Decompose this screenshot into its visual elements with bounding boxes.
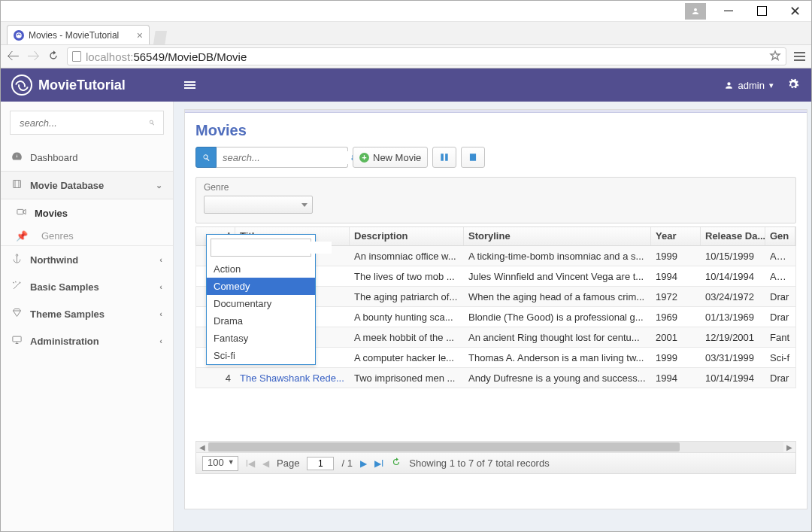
sidebar-item-northwind[interactable]: Northwind ‹	[1, 245, 173, 273]
chevron-left-icon: ‹	[159, 282, 162, 291]
scroll-thumb[interactable]	[208, 442, 680, 451]
cell-description: The aging patriarch of...	[350, 291, 464, 302]
sidebar-item-movies[interactable]: Movies	[1, 199, 173, 226]
wand-icon	[11, 280, 23, 293]
cell-year: 1969	[651, 312, 701, 323]
video-icon	[16, 206, 27, 220]
pager-next-icon[interactable]: ▶	[360, 458, 367, 469]
sidebar-item-samples[interactable]: Basic Samples ‹	[1, 273, 173, 300]
horizontal-scrollbar[interactable]: ◀ ▶	[195, 441, 796, 453]
dropdown-option[interactable]: Drama	[207, 312, 315, 330]
dropdown-option[interactable]: Fantasy	[207, 330, 315, 347]
quick-search-button[interactable]	[195, 147, 217, 168]
cell-year: 1994	[651, 372, 701, 384]
dropdown-search[interactable]	[211, 239, 311, 257]
bookmark-icon[interactable]	[769, 50, 781, 64]
dropdown-option[interactable]: Sci-fi	[207, 347, 315, 364]
table-row[interactable]: 4The Shawshank Rede...Two imprisoned men…	[195, 368, 796, 388]
sidebar-item-theme[interactable]: Theme Samples ‹	[1, 300, 173, 327]
forward-icon: 🡢	[27, 49, 40, 64]
cell-genre: Drar	[765, 372, 795, 384]
quick-search-input-wrap: all ▾	[217, 147, 348, 168]
window-maximize[interactable]	[745, 1, 778, 22]
col-description[interactable]: Description	[350, 227, 464, 245]
dropdown-option[interactable]: Comedy	[207, 278, 315, 295]
cell-year: 1999	[651, 251, 701, 262]
gauge-icon	[11, 150, 23, 164]
window-close[interactable]: ✕	[778, 1, 811, 22]
brand-logo-icon	[11, 74, 32, 96]
settings-icon[interactable]	[787, 78, 799, 93]
address-bar[interactable]: localhost:56549/MovieDB/Movie	[67, 47, 786, 65]
chevron-left-icon: ‹	[159, 255, 162, 264]
user-icon	[724, 81, 734, 90]
sidebar-item-dashboard[interactable]: Dashboard	[1, 144, 173, 171]
new-tab-button[interactable]	[153, 31, 167, 44]
cell-genre: Actio	[765, 251, 795, 262]
page-title: Movies	[195, 122, 796, 139]
user-menu[interactable]: admin ▾	[724, 80, 774, 91]
brand[interactable]: MovieTutorial	[1, 74, 174, 96]
plus-icon: +	[359, 153, 369, 163]
window-minimize[interactable]	[712, 1, 745, 22]
cell-year: 1972	[651, 291, 701, 302]
dropdown-option[interactable]: Action	[207, 260, 315, 278]
pager-first-icon[interactable]: I◀	[246, 458, 255, 469]
sidebar-item-admin[interactable]: Administration ‹	[1, 327, 173, 354]
scroll-track[interactable]	[208, 442, 783, 452]
sidebar-item-genres[interactable]: 📌 Genres	[1, 226, 173, 245]
chevron-down-icon: ⌄	[156, 181, 162, 190]
panel: Movies all ▾ + New Movie G	[184, 109, 807, 509]
sidebar: Dashboard Movie Database ⌄ Movies 📌 Genr…	[1, 102, 174, 532]
film-icon	[11, 178, 23, 192]
cell-storyline: Andy Dufresne is a young and success...	[464, 372, 651, 384]
cell-description: Two imprisoned men ...	[350, 372, 464, 384]
page-size-select[interactable]: 100	[202, 456, 238, 471]
svg-point-4	[16, 254, 18, 257]
content-area: Movies all ▾ + New Movie G	[174, 102, 812, 532]
browser-tabstrip: Movies - MovieTutorial ×	[1, 22, 811, 44]
col-year[interactable]: Year	[651, 227, 701, 245]
new-movie-button[interactable]: + New Movie	[353, 147, 428, 168]
sidebar-search[interactable]	[10, 111, 164, 135]
favicon-icon	[14, 30, 24, 41]
scroll-left-icon[interactable]: ◀	[196, 442, 208, 452]
sidebar-search-input[interactable]	[18, 117, 148, 129]
cell-release: 03/31/1999	[701, 352, 765, 363]
back-icon[interactable]: 🡠	[7, 49, 20, 64]
cell-storyline: Thomas A. Anderson is a man living tw...	[464, 352, 651, 363]
col-storyline[interactable]: Storyline	[464, 227, 651, 245]
genre-select[interactable]	[204, 196, 313, 214]
svg-rect-3	[17, 209, 23, 214]
pager-last-icon[interactable]: ▶I	[374, 458, 383, 469]
diamond-icon	[11, 307, 23, 321]
svg-rect-0	[14, 181, 21, 188]
sidebar-toggle-icon[interactable]	[174, 80, 206, 90]
browser-menu-icon[interactable]	[794, 52, 805, 61]
cell-genre: Drar	[765, 312, 795, 323]
cell-genre: Fant	[765, 332, 795, 343]
scroll-right-icon[interactable]: ▶	[783, 442, 795, 452]
pager-total-pages: / 1	[341, 458, 352, 469]
os-user-icon	[685, 3, 706, 20]
browser-tab[interactable]: Movies - MovieTutorial ×	[7, 25, 150, 44]
pager-prev-icon[interactable]: ◀	[262, 458, 269, 469]
excel-export-button[interactable]	[461, 147, 485, 168]
column-picker-button[interactable]	[432, 147, 456, 168]
dropdown-search-input[interactable]	[216, 242, 332, 254]
site-info-icon[interactable]	[72, 51, 81, 62]
cell-genre: Sci-f	[765, 352, 795, 363]
cell-title[interactable]: The Shawshank Rede...	[235, 372, 350, 384]
url-text: localhost:56549/MovieDB/Movie	[86, 50, 765, 63]
tab-close-icon[interactable]: ×	[137, 29, 143, 41]
reload-icon[interactable]	[47, 50, 59, 64]
col-genre[interactable]: Gen	[765, 227, 795, 245]
pager-page-input[interactable]	[307, 457, 334, 470]
pager-refresh-icon[interactable]	[391, 457, 401, 470]
dropdown-option[interactable]: Documentary	[207, 295, 315, 312]
sidebar-item-moviedb[interactable]: Movie Database ⌄	[1, 171, 173, 199]
col-release[interactable]: Release Da...	[701, 227, 765, 245]
search-icon	[148, 117, 156, 128]
cell-year: 2001	[651, 332, 701, 343]
quick-search-input[interactable]	[221, 151, 351, 164]
